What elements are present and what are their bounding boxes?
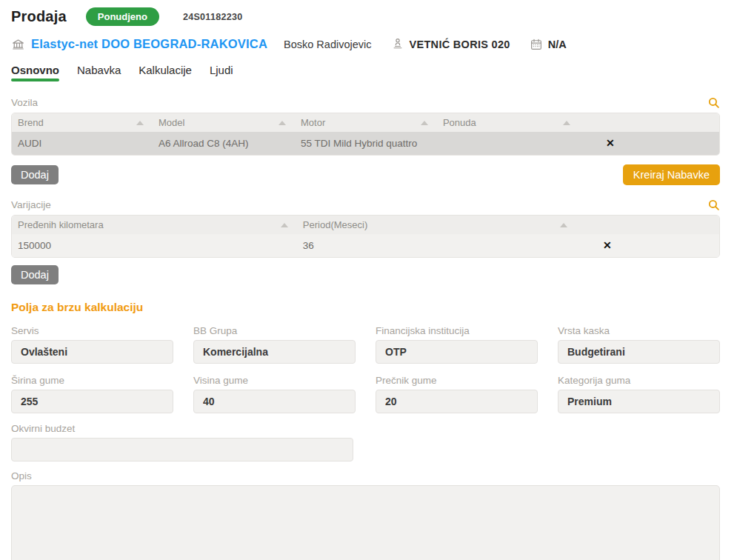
cell-motor: 55 TDI Mild Hybrid quattro <box>295 132 437 155</box>
field-label: Širina gume <box>11 375 173 386</box>
tab-ljudi[interactable]: Ljudi <box>210 64 233 81</box>
field-financijska-institucija: Financijska institucija <box>376 325 538 364</box>
varijacije-dodaj-button[interactable]: Dodaj <box>11 265 59 284</box>
quick-calc-section: Polja za brzu kalkulaciju Servis BB Grup… <box>11 301 720 560</box>
vozila-dodaj-button[interactable]: Dodaj <box>11 165 59 184</box>
kreiraj-nabavke-button[interactable]: Kreiraj Nabavke <box>623 164 720 185</box>
agent-name: VETNIĆ BORIS 020 <box>410 39 510 50</box>
tab-osnovno[interactable]: Osnovno <box>11 64 59 81</box>
quick-calc-grid: Servis BB Grupa Financijska institucija … <box>11 325 720 413</box>
vozila-table: Brend Model Motor Ponuda AUDI <box>11 113 720 156</box>
field-label: Opis <box>11 470 720 481</box>
field-label: BB Grupa <box>193 325 356 336</box>
cell-ponuda <box>437 138 579 150</box>
company-link[interactable]: Elastyc-net DOO BEOGRAD-RAKOVICA <box>31 37 267 51</box>
search-icon[interactable] <box>707 96 720 109</box>
kategorija-guma-input[interactable] <box>558 390 720 413</box>
cell-brend: AUDI <box>12 132 153 155</box>
financijska-institucija-input[interactable] <box>376 340 538 364</box>
prodaja-page: Prodaja Ponudjeno 24S01182230 Elastyc-ne… <box>0 0 737 560</box>
field-servis: Servis <box>11 325 173 364</box>
tab-nabavka[interactable]: Nabavka <box>77 64 121 81</box>
field-kategorija-guma: Kategorija guma <box>558 375 720 413</box>
vozila-table-row[interactable]: AUDI A6 Allroad C8 (4AH) 55 TDI Mild Hyb… <box>12 132 719 155</box>
precnik-gume-input[interactable] <box>376 390 538 413</box>
vozila-col-motor[interactable]: Motor <box>295 113 437 132</box>
calendar-icon <box>530 38 543 51</box>
date-value: N/A <box>548 39 567 50</box>
vozila-col-model[interactable]: Model <box>153 113 295 132</box>
varijacije-col-kilometara[interactable]: Pređenih kilometara <box>12 216 297 234</box>
field-label: Okvirni budzet <box>11 423 353 434</box>
varijacije-col-actions <box>576 221 719 229</box>
varijacije-table-header: Pređenih kilometara Period(Meseci) <box>12 216 719 234</box>
vozila-section: Vozila Brend Model Motor <box>11 96 720 185</box>
varijacije-section-title: Varijacije <box>11 199 51 210</box>
cell-period: 36 <box>297 234 576 257</box>
vrsta-kaska-input[interactable] <box>558 340 720 364</box>
vozila-section-title: Vozila <box>11 97 38 108</box>
bank-icon <box>11 38 25 51</box>
field-label: Prečnik gume <box>376 375 538 386</box>
field-opis: Opis <box>11 470 720 560</box>
sort-asc-arrow[interactable] <box>279 121 286 125</box>
contact-name: Bosko Radivojevic <box>284 39 371 50</box>
sort-asc-arrow[interactable] <box>563 121 570 125</box>
field-precnik-gume: Prečnik gume <box>376 375 538 413</box>
sort-asc-arrow[interactable] <box>281 223 288 227</box>
vozila-col-actions <box>579 119 719 127</box>
cell-model: A6 Allroad C8 (4AH) <box>153 132 295 155</box>
visina-gume-input[interactable] <box>193 390 356 413</box>
varijacije-section: Varijacije Pređenih kilometara Period(Me… <box>11 199 720 284</box>
field-label: Visina gume <box>193 375 356 386</box>
sort-asc-arrow[interactable] <box>560 223 567 227</box>
vozila-table-header: Brend Model Motor Ponuda <box>12 113 719 132</box>
person-statue-icon <box>391 37 404 51</box>
page-title: Prodaja <box>11 8 67 25</box>
quick-calc-title: Polja za brzu kalkulaciju <box>11 301 720 314</box>
varijacije-table-row[interactable]: 150000 36 ✕ <box>12 234 719 257</box>
opis-textarea[interactable] <box>11 485 720 560</box>
sort-asc-arrow[interactable] <box>136 121 144 125</box>
field-sirina-gume: Širina gume <box>11 375 173 413</box>
sirina-gume-input[interactable] <box>11 390 173 413</box>
company-bar: Elastyc-net DOO BEOGRAD-RAKOVICA Bosko R… <box>11 37 720 51</box>
field-label: Kategorija guma <box>558 375 720 386</box>
reference-number: 24S01182230 <box>183 12 242 22</box>
cell-kilometara: 150000 <box>12 234 297 257</box>
page-header: Prodaja Ponudjeno 24S01182230 <box>11 7 720 26</box>
field-label: Vrsta kaska <box>558 325 720 336</box>
field-bb-grupa: BB Grupa <box>193 325 356 364</box>
search-icon[interactable] <box>707 199 720 211</box>
close-x-icon[interactable]: ✕ <box>603 240 612 250</box>
servis-input[interactable] <box>11 340 173 364</box>
okvirni-budzet-input[interactable] <box>11 438 353 461</box>
tab-bar: Osnovno Nabavka Kalkulacije Ljudi <box>11 64 720 81</box>
varijacije-col-period[interactable]: Period(Meseci) <box>297 216 576 234</box>
status-badge: Ponudjeno <box>86 7 159 26</box>
field-vrsta-kaska: Vrsta kaska <box>558 325 720 364</box>
sort-asc-arrow[interactable] <box>421 121 428 125</box>
vozila-col-ponuda[interactable]: Ponuda <box>437 113 579 132</box>
varijacije-table: Pređenih kilometara Period(Meseci) 15000… <box>11 215 720 258</box>
field-label: Servis <box>11 325 173 336</box>
field-label: Financijska institucija <box>376 325 538 336</box>
tab-kalkulacije[interactable]: Kalkulacije <box>139 64 192 81</box>
close-x-icon[interactable]: ✕ <box>606 138 615 148</box>
vozila-col-brend[interactable]: Brend <box>12 113 153 132</box>
field-okvirni-budzet: Okvirni budzet <box>11 423 353 461</box>
bb-grupa-input[interactable] <box>193 340 356 364</box>
field-visina-gume: Visina gume <box>193 375 356 413</box>
